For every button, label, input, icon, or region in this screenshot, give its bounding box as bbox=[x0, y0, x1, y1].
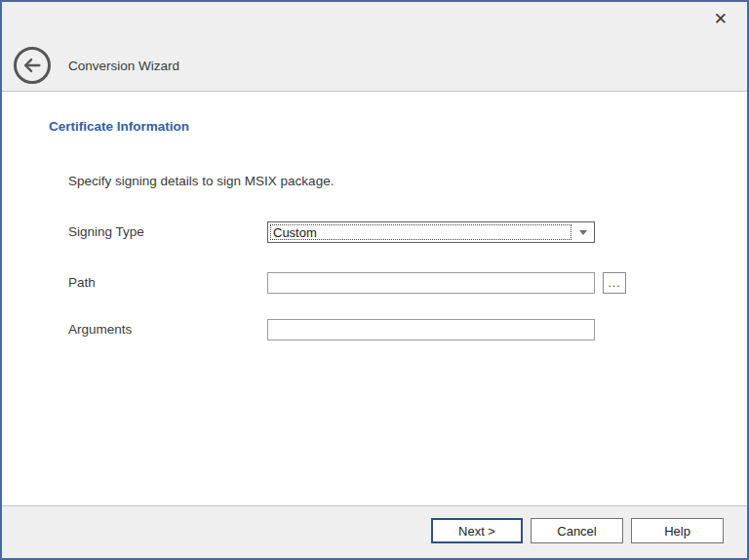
signing-type-dropdown[interactable]: Custom bbox=[267, 221, 595, 243]
arguments-input[interactable] bbox=[267, 319, 595, 340]
cancel-button[interactable]: Cancel bbox=[531, 518, 623, 543]
browse-button[interactable]: ... bbox=[603, 272, 626, 294]
page-description: Specify signing details to sign MSIX pac… bbox=[68, 174, 334, 188]
back-button[interactable] bbox=[14, 47, 51, 84]
chevron-down-icon bbox=[579, 230, 587, 235]
wizard-header: ✕ Conversion Wizard bbox=[2, 2, 747, 92]
signing-type-value: Custom bbox=[273, 225, 317, 240]
arguments-label: Arguments bbox=[68, 322, 132, 337]
help-button[interactable]: Help bbox=[631, 518, 724, 543]
path-input[interactable] bbox=[267, 272, 595, 294]
wizard-title: Conversion Wizard bbox=[68, 59, 179, 73]
page-heading: Certificate Information bbox=[49, 119, 189, 134]
wizard-footer: Next > Cancel Help bbox=[2, 505, 747, 558]
close-icon[interactable]: ✕ bbox=[714, 8, 728, 29]
back-arrow-icon bbox=[21, 55, 43, 76]
signing-type-label: Signing Type bbox=[68, 224, 144, 239]
next-button[interactable]: Next > bbox=[431, 518, 523, 543]
conversion-wizard-window: ✕ Conversion Wizard Certificate Informat… bbox=[0, 0, 749, 560]
path-label: Path bbox=[68, 275, 96, 290]
